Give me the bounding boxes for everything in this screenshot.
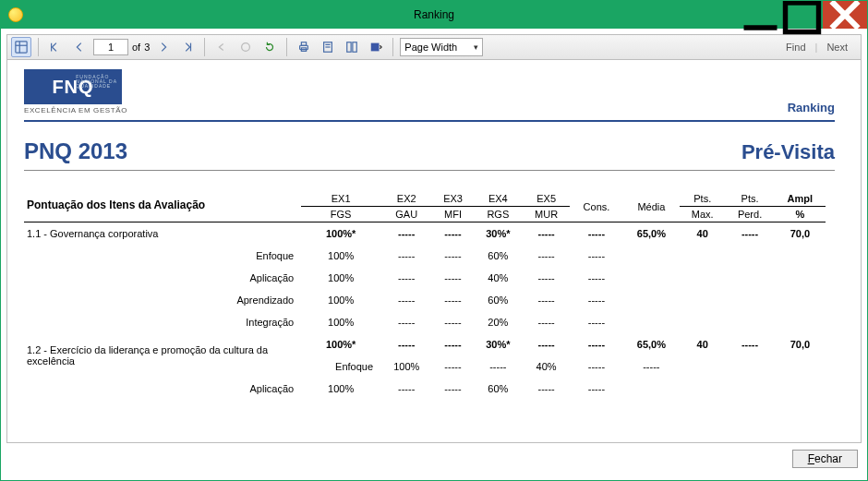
close-button[interactable]: Fechar <box>792 450 858 468</box>
first-page-icon[interactable] <box>45 37 66 57</box>
prev-page-icon[interactable] <box>69 37 90 57</box>
export-icon[interactable] <box>366 37 386 57</box>
table-row: Aprendizado100%----------60%---------- <box>24 289 835 311</box>
report-viewer[interactable]: FNQ FUNDAÇÃONACIONAL DAQUALIDADE EXCELÊN… <box>6 60 862 443</box>
svg-rect-11 <box>302 42 307 46</box>
maximize-button[interactable] <box>781 1 823 29</box>
page-setup-icon[interactable] <box>342 37 362 57</box>
svg-rect-16 <box>347 42 351 53</box>
document-map-icon[interactable] <box>11 37 31 57</box>
table-row: Enfoque100%----------60%---------- <box>24 245 835 267</box>
page-number-input[interactable] <box>93 39 128 55</box>
table-row: Integração100%----------20%---------- <box>24 311 835 333</box>
titlebar: Ranking <box>1 1 867 29</box>
table-row: Aplicação100%----------60%---------- <box>24 378 835 400</box>
logo-tagline: EXCELÊNCIA EM GESTÃO <box>24 106 127 114</box>
stop-icon[interactable] <box>235 37 256 57</box>
svg-rect-17 <box>353 42 356 53</box>
next-page-icon[interactable] <box>153 37 174 57</box>
app-icon <box>8 7 23 22</box>
print-icon[interactable] <box>294 37 314 57</box>
table-row: 1.1 - Governança corporativa100%*-------… <box>24 222 835 246</box>
refresh-icon[interactable] <box>259 37 280 57</box>
find-link[interactable]: Find <box>786 42 805 53</box>
svg-rect-1 <box>786 3 819 32</box>
report-toolbar: of 3 Page Width Find | Next <box>6 34 862 60</box>
window-controls <box>740 1 867 29</box>
svg-rect-4 <box>16 42 27 53</box>
find-next-link[interactable]: Next <box>826 42 848 53</box>
window-title: Ranking <box>414 8 454 21</box>
fnq-logo: FNQ FUNDAÇÃONACIONAL DAQUALIDADE <box>24 69 122 104</box>
of-label: of <box>132 42 140 53</box>
section-heading: Pontuação dos Itens da Avaliação <box>24 191 301 222</box>
report-phase: Pré-Visita <box>741 140 835 164</box>
back-icon[interactable] <box>211 37 232 57</box>
print-layout-icon[interactable] <box>318 37 338 57</box>
last-page-icon[interactable] <box>177 37 198 57</box>
svg-point-9 <box>242 43 250 52</box>
table-row: 1.2 - Exercício da liderança e promoção … <box>24 333 835 355</box>
zoom-select[interactable]: Page Width <box>400 38 483 56</box>
report-title: PNQ 2013 <box>24 138 127 164</box>
minimize-button[interactable] <box>740 1 781 29</box>
scores-table: Pontuação dos Itens da Avaliação EX1EX2E… <box>24 191 835 400</box>
svg-rect-18 <box>371 43 380 52</box>
table-row: Aplicação100%----------40%---------- <box>24 267 835 289</box>
page-total: 3 <box>144 42 150 53</box>
window-close-button[interactable] <box>823 1 867 29</box>
report-header-ranking: Ranking <box>788 101 835 114</box>
